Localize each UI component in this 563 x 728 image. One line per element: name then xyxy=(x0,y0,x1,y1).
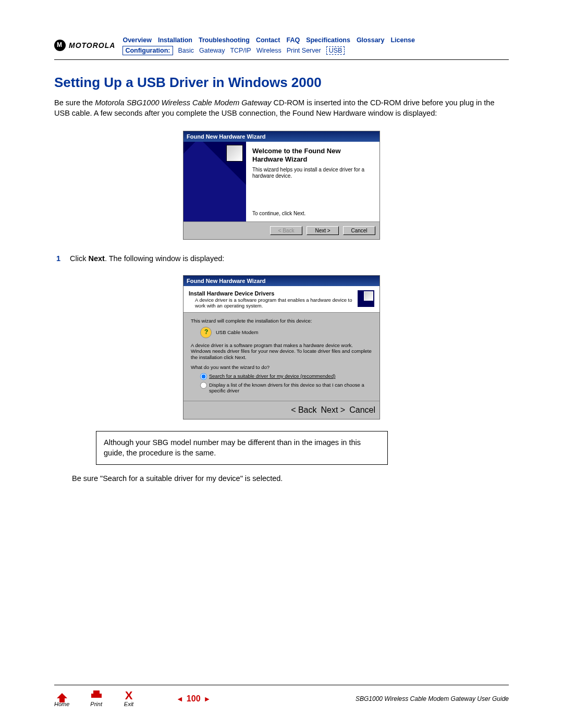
brand-name: MOTOROLA xyxy=(69,41,115,50)
step-1-pre: Click xyxy=(70,254,88,263)
unknown-device-icon xyxy=(200,327,212,338)
home-button[interactable]: Home xyxy=(54,690,69,707)
nav-basic[interactable]: Basic xyxy=(178,47,194,54)
wizard2-head-desc: A device driver is a software program th… xyxy=(195,298,354,309)
nav-specifications[interactable]: Specifications xyxy=(306,36,350,44)
nav-installation[interactable]: Installation xyxy=(158,36,192,44)
pager: ◄ 100 ► xyxy=(176,694,211,704)
print-button[interactable]: Print xyxy=(90,690,102,707)
wizard-install-dialog: Found New Hardware Wizard Install Hardwa… xyxy=(183,275,380,419)
wizard2-option2[interactable]: Display a list of the known drivers for … xyxy=(200,382,372,393)
print-label: Print xyxy=(90,701,102,707)
nav-printserver[interactable]: Print Server xyxy=(287,47,321,54)
nav-contact[interactable]: Contact xyxy=(256,36,280,44)
wizard2-question: What do you want the wizard to do? xyxy=(191,364,372,370)
intro-pre: Be sure the xyxy=(54,98,95,107)
wizard2-radio1[interactable] xyxy=(200,373,207,380)
wizard1-heading-line1: Welcome to the Found New xyxy=(252,147,373,155)
header: MOTOROLA Overview Installation Troublesh… xyxy=(54,36,509,55)
nav-gateway[interactable]: Gateway xyxy=(199,47,225,54)
nav-glossary[interactable]: Glossary xyxy=(357,36,385,44)
print-icon xyxy=(91,694,102,698)
wizard2-row1: This wizard will complete the installati… xyxy=(191,318,372,324)
nav-tcpip[interactable]: TCP/IP xyxy=(230,47,251,54)
step-1-bold: Next xyxy=(88,254,104,263)
footer-divider xyxy=(54,685,509,685)
post-note: Be sure "Search for a suitable driver fo… xyxy=(72,474,509,483)
intro-product-name: Motorola SBG1000 Wireless Cable Modem Ga… xyxy=(95,98,271,107)
wizard2-next-button[interactable]: Next > xyxy=(321,405,346,415)
wizard1-continue-text: To continue, click Next. xyxy=(252,179,373,216)
wizard2-titlebar: Found New Hardware Wizard xyxy=(183,276,380,286)
page-number: 100 xyxy=(187,694,201,704)
hardware-icon xyxy=(358,290,374,307)
wizard-welcome-dialog: Found New Hardware Wizard Welcome to the… xyxy=(183,131,380,240)
wizard1-next-button[interactable]: Next > xyxy=(307,226,339,235)
wizard2-option2-label: Display a list of the known drivers for … xyxy=(209,382,372,393)
step-1-number: 1 xyxy=(54,254,70,263)
step-1: 1 Click Next. The following window is di… xyxy=(54,254,509,263)
wizard2-cancel-button[interactable]: Cancel xyxy=(349,405,375,415)
guide-title: SBG1000 Wireless Cable Modem Gateway Use… xyxy=(356,695,509,702)
nav-faq[interactable]: FAQ xyxy=(286,36,300,44)
nav-usb-active[interactable]: USB xyxy=(326,46,345,55)
nav-configuration-label: Configuration: xyxy=(123,46,173,55)
header-divider xyxy=(54,59,509,60)
wizard2-back-button[interactable]: < Back xyxy=(291,405,316,415)
brand-logo: MOTOROLA xyxy=(54,40,115,51)
wizard2-head-title: Install Hardware Device Drivers xyxy=(189,290,354,297)
motorola-icon xyxy=(54,40,66,51)
wizard2-option1-label: Search for a suitable driver for my devi… xyxy=(209,373,335,379)
wizard2-radio2[interactable] xyxy=(200,382,207,389)
nav-wireless[interactable]: Wireless xyxy=(256,47,282,54)
nav-sub: Configuration: Basic Gateway TCP/IP Wire… xyxy=(123,46,415,55)
intro-paragraph: Be sure the Motorola SBG1000 Wireless Ca… xyxy=(54,98,509,118)
footer: Home Print X Exit ◄ 100 ► SBG1000 Wirele… xyxy=(0,685,563,707)
wizard1-cancel-button[interactable]: Cancel xyxy=(343,226,375,235)
nav-troubleshooting[interactable]: Troubleshooting xyxy=(199,36,250,44)
wizard2-option1[interactable]: Search for a suitable driver for my devi… xyxy=(200,373,372,380)
exit-button[interactable]: X Exit xyxy=(123,690,134,707)
step-1-post: . The following window is displayed: xyxy=(105,254,224,263)
home-icon xyxy=(57,693,67,698)
nav-license[interactable]: License xyxy=(390,36,415,44)
wizard1-sidebar xyxy=(183,142,246,221)
exit-icon: X xyxy=(123,690,134,701)
note-box: Although your SBG model number may be di… xyxy=(96,431,388,465)
wizard1-back-button: < Back xyxy=(270,226,302,235)
wizard2-para2: A device driver is a software program th… xyxy=(191,342,372,360)
nav-overview[interactable]: Overview xyxy=(123,36,152,44)
prev-page-button[interactable]: ◄ xyxy=(176,695,183,703)
next-page-button[interactable]: ► xyxy=(204,695,211,703)
wizard1-heading-line2: Hardware Wizard xyxy=(252,155,373,163)
page-title: Setting Up a USB Driver in Windows 2000 xyxy=(54,75,509,91)
wizard1-titlebar: Found New Hardware Wizard xyxy=(183,131,380,142)
hardware-icon xyxy=(226,145,243,162)
exit-label: Exit xyxy=(124,701,133,707)
nav-top: Overview Installation Troubleshooting Co… xyxy=(123,36,415,44)
wizard1-description: This wizard helps you install a device d… xyxy=(252,167,373,179)
wizard2-device-name: USB Cable Modem xyxy=(216,329,258,335)
